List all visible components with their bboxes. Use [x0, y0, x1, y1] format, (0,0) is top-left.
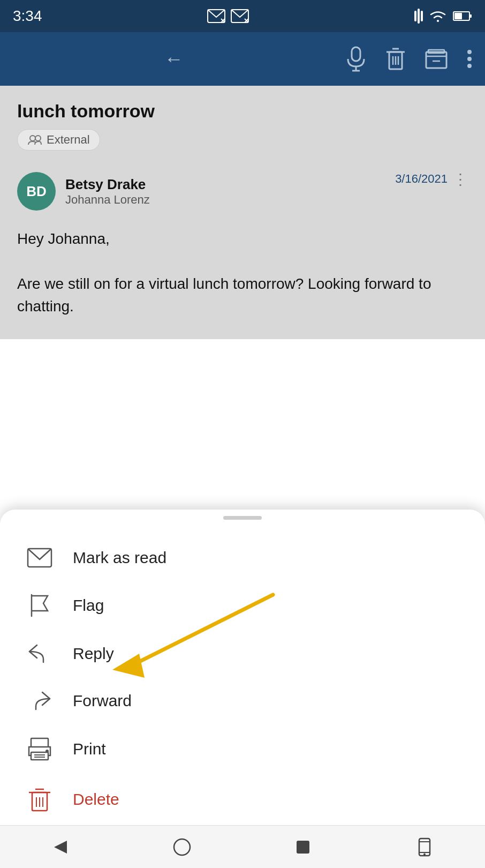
email-subject: lunch tomorrow	[17, 101, 468, 122]
envelope-icon	[26, 548, 54, 568]
battery-icon	[453, 10, 472, 22]
app-toolbar: ←	[0, 32, 485, 86]
sheet-item-delete[interactable]: Delete	[0, 774, 485, 825]
svg-rect-18	[426, 52, 446, 68]
sheet-item-flag[interactable]: Flag	[0, 581, 485, 630]
svg-point-25	[30, 136, 35, 141]
email-more-button[interactable]: ⋮	[453, 172, 468, 187]
vibrate-icon	[414, 9, 423, 24]
svg-rect-29	[31, 738, 48, 747]
sheet-item-forward[interactable]: Forward	[0, 677, 485, 724]
back-button[interactable]: ←	[13, 48, 335, 70]
mic-icon	[346, 46, 366, 72]
nav-rotate-button[interactable]	[408, 831, 441, 863]
email-body-text: Hey Johanna, Are we still on for a virtu…	[17, 228, 468, 318]
email-status-icon1	[207, 9, 225, 23]
mic-button[interactable]	[346, 46, 366, 72]
delete-label: Delete	[73, 790, 119, 809]
svg-point-44	[174, 839, 190, 855]
wifi-icon	[428, 9, 448, 23]
svg-point-24	[467, 64, 472, 68]
nav-recent-button[interactable]	[287, 831, 319, 863]
status-bar: 3:34	[0, 0, 485, 32]
svg-point-22	[467, 50, 472, 54]
nav-home-icon	[172, 837, 192, 857]
mark-read-label: Mark as read	[73, 549, 166, 567]
reply-icon	[26, 643, 54, 664]
status-icons	[207, 9, 249, 23]
trash-icon	[385, 47, 406, 71]
status-time: 3:34	[13, 8, 42, 25]
svg-rect-8	[454, 13, 462, 19]
nav-recent-icon	[295, 839, 311, 855]
forward-icon	[26, 690, 54, 712]
svg-point-26	[35, 136, 41, 141]
external-badge: External	[17, 129, 100, 151]
email-content-area: lunch tomorrow External BD Betsy Drake J…	[0, 86, 485, 339]
bottom-sheet: Mark as read Flag Reply Forward	[0, 510, 485, 825]
external-icon	[27, 134, 42, 146]
nav-back-button[interactable]	[44, 831, 77, 863]
flag-label: Flag	[73, 596, 104, 615]
email-status-icon2	[231, 9, 249, 23]
svg-point-32	[46, 750, 49, 753]
toolbar-right	[346, 46, 472, 72]
nav-bar	[0, 825, 485, 868]
status-right-icons	[414, 9, 472, 24]
sender-to: Johanna Lorenz	[65, 193, 150, 207]
archive-icon	[425, 48, 448, 70]
trash-button[interactable]	[385, 47, 406, 71]
flag-icon	[26, 594, 54, 617]
nav-back-icon	[52, 839, 69, 856]
svg-rect-46	[419, 839, 430, 856]
print-icon	[26, 737, 54, 761]
toolbar-left: ←	[13, 48, 335, 70]
more-button[interactable]	[467, 48, 472, 70]
more-icon	[467, 48, 472, 70]
svg-marker-43	[54, 841, 67, 854]
email-date-col: 3/16/2021 ⋮	[395, 172, 468, 187]
sheet-item-reply[interactable]: Reply	[0, 630, 485, 677]
svg-rect-45	[297, 841, 309, 854]
nav-home-button[interactable]	[166, 831, 198, 863]
svg-rect-9	[352, 47, 360, 61]
sender-left: BD Betsy Drake Johanna Lorenz	[17, 172, 150, 211]
svg-point-49	[423, 853, 426, 855]
sender-info: Betsy Drake Johanna Lorenz	[65, 176, 150, 207]
forward-label: Forward	[73, 692, 132, 710]
svg-point-23	[467, 57, 472, 61]
svg-rect-7	[469, 14, 472, 18]
reply-label: Reply	[73, 645, 114, 663]
email-date: 3/16/2021	[395, 172, 448, 186]
sheet-item-print[interactable]: Print	[0, 724, 485, 774]
sender-avatar: BD	[17, 172, 56, 211]
sheet-item-mark-read[interactable]: Mark as read	[0, 535, 485, 581]
delete-icon	[26, 787, 54, 812]
nav-rotate-icon	[417, 837, 432, 857]
email-header: BD Betsy Drake Johanna Lorenz 3/16/2021 …	[17, 161, 468, 219]
email-body: Hey Johanna, Are we still on for a virtu…	[17, 219, 468, 326]
sheet-handle	[223, 516, 262, 520]
print-label: Print	[73, 740, 106, 758]
sender-name: Betsy Drake	[65, 176, 150, 193]
archive-button[interactable]	[425, 48, 448, 70]
